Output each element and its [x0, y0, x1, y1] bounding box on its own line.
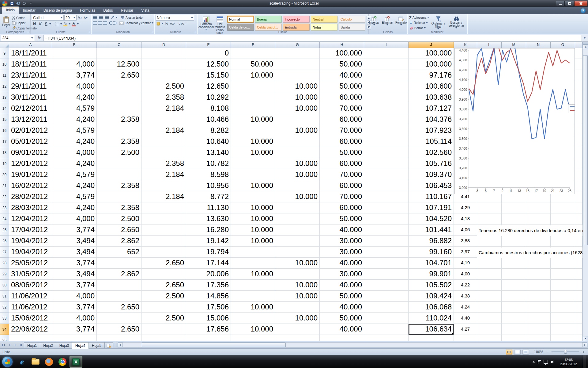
- conditional-formatting-button[interactable]: Formato condicional: [198, 15, 214, 37]
- cell[interactable]: [141, 147, 186, 158]
- cell[interactable]: 4,240: [52, 202, 97, 213]
- underline-button[interactable]: S: [43, 21, 49, 26]
- cell[interactable]: 4,579: [52, 169, 97, 180]
- cell[interactable]: 2.358: [97, 180, 141, 191]
- cell[interactable]: [364, 313, 409, 324]
- borders-dropdown-icon[interactable]: [60, 23, 62, 25]
- cell[interactable]: [275, 236, 320, 247]
- cell[interactable]: 10.000: [275, 191, 320, 202]
- cell[interactable]: [97, 169, 141, 180]
- row-header[interactable]: 27: [0, 247, 9, 258]
- cell[interactable]: [454, 335, 477, 341]
- action-center-icon[interactable]: [538, 360, 541, 364]
- qat-dropdown-icon[interactable]: [28, 1, 34, 6]
- cell[interactable]: 3,774: [52, 224, 97, 236]
- cell[interactable]: [526, 269, 551, 280]
- row-header[interactable]: 16: [0, 125, 9, 136]
- cell[interactable]: 3,97: [454, 247, 477, 258]
- cell[interactable]: 19/01/2012: [9, 169, 52, 180]
- cell[interactable]: 4,000: [52, 291, 97, 302]
- row-header[interactable]: 34: [0, 324, 9, 335]
- cell[interactable]: 10.000: [231, 224, 275, 236]
- cell[interactable]: 97.176: [409, 70, 454, 81]
- cell[interactable]: [231, 103, 275, 114]
- cell[interactable]: 60.000: [320, 136, 364, 147]
- cell[interactable]: [364, 236, 409, 247]
- cell[interactable]: [502, 269, 526, 280]
- cell[interactable]: [141, 180, 186, 191]
- expand-formula-bar-icon[interactable]: [582, 37, 587, 39]
- cell[interactable]: [551, 258, 575, 269]
- cell[interactable]: [97, 291, 141, 302]
- delete-cells-button[interactable]: Eliminar: [381, 15, 394, 26]
- cell[interactable]: [502, 313, 526, 324]
- cell[interactable]: 10.000: [275, 169, 320, 180]
- ribbon-tab[interactable]: Insertar: [19, 7, 40, 14]
- cell[interactable]: [477, 269, 502, 280]
- row-header[interactable]: 31: [0, 291, 9, 302]
- cell[interactable]: 40.000: [320, 70, 364, 81]
- zoom-slider-thumb[interactable]: [564, 350, 567, 354]
- cell[interactable]: [551, 302, 575, 313]
- cell[interactable]: 2.358: [97, 114, 141, 125]
- minimize-button[interactable]: [556, 1, 565, 6]
- merge-center-button[interactable]: Combinar y centrar: [119, 21, 154, 25]
- cell[interactable]: 40.000: [320, 280, 364, 291]
- scroll-left-icon[interactable]: [118, 343, 123, 347]
- cell[interactable]: 2.500: [141, 291, 186, 302]
- cell[interactable]: [502, 324, 526, 335]
- cell[interactable]: 4,40: [454, 313, 477, 324]
- cell[interactable]: [364, 224, 409, 236]
- decrease-indent-icon[interactable]: [108, 21, 112, 25]
- cell[interactable]: 4,24: [454, 302, 477, 313]
- cell[interactable]: 3,774: [52, 258, 97, 269]
- font-size-combo[interactable]: 20: [64, 15, 77, 21]
- cell[interactable]: [186, 335, 231, 341]
- row-header[interactable]: 26: [0, 236, 9, 247]
- cell[interactable]: 2.500: [97, 147, 141, 158]
- cell[interactable]: [575, 81, 582, 92]
- cell[interactable]: 10.000: [231, 302, 275, 313]
- cell[interactable]: 10.000: [231, 236, 275, 247]
- cell[interactable]: 3,494: [52, 269, 97, 280]
- cell[interactable]: 2.500: [141, 313, 186, 324]
- cell[interactable]: [551, 313, 575, 324]
- save-icon[interactable]: [9, 1, 14, 6]
- row-header[interactable]: 10: [0, 59, 9, 70]
- cell[interactable]: 10.956: [186, 180, 231, 191]
- cell[interactable]: 3,494: [52, 247, 97, 258]
- cell[interactable]: [477, 324, 502, 335]
- cell[interactable]: [575, 280, 582, 291]
- row-header[interactable]: 24: [0, 213, 9, 224]
- cell[interactable]: 25/05/2012: [9, 258, 52, 269]
- cell[interactable]: 4,000: [52, 213, 97, 224]
- cell[interactable]: 50.000: [320, 213, 364, 224]
- cell[interactable]: 4,240: [52, 158, 97, 169]
- cell[interactable]: [526, 280, 551, 291]
- cell[interactable]: 40.000: [320, 224, 364, 236]
- cell[interactable]: [526, 236, 551, 247]
- cell[interactable]: [477, 313, 502, 324]
- cell[interactable]: 4,240: [52, 92, 97, 103]
- cell[interactable]: [477, 280, 502, 291]
- cell[interactable]: 110.024: [409, 313, 454, 324]
- cell[interactable]: 101.441: [409, 224, 454, 236]
- cell[interactable]: 4,000: [52, 81, 97, 92]
- cell[interactable]: [526, 258, 551, 269]
- cell[interactable]: 4,000: [52, 59, 97, 70]
- cell[interactable]: [141, 59, 186, 70]
- cell[interactable]: 4,29: [454, 202, 477, 213]
- cell[interactable]: [526, 291, 551, 302]
- cell[interactable]: 2.500: [97, 213, 141, 224]
- cell[interactable]: [364, 136, 409, 147]
- cell[interactable]: [364, 125, 409, 136]
- cell[interactable]: 2.650: [97, 302, 141, 313]
- cell[interactable]: 70.000: [320, 169, 364, 180]
- align-bottom-icon[interactable]: [104, 15, 109, 20]
- cell[interactable]: 105.114: [409, 136, 454, 147]
- cell[interactable]: 15.006: [186, 313, 231, 324]
- ribbon-tab[interactable]: Fórmulas: [76, 7, 99, 14]
- cell[interactable]: 13.630: [186, 213, 231, 224]
- cell[interactable]: 50.000: [231, 59, 275, 70]
- sort-filter-button[interactable]: Ordenar y filtrar: [430, 15, 447, 30]
